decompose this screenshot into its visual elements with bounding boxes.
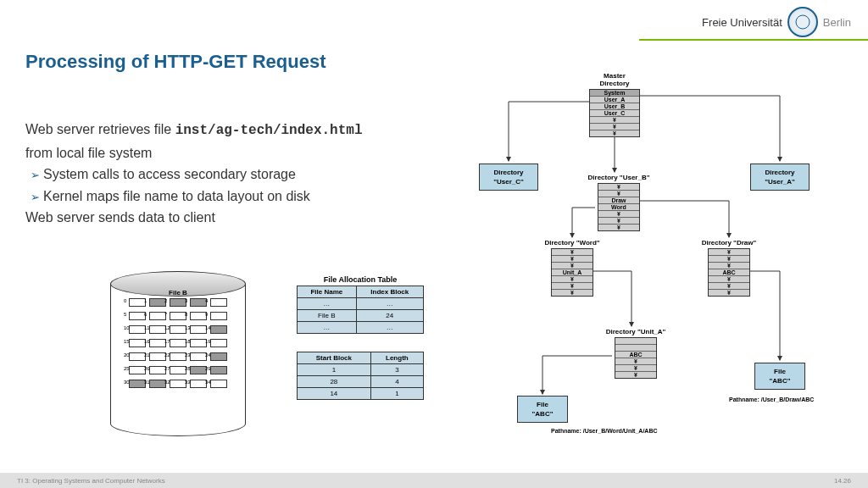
disk-block: 24 bbox=[210, 352, 227, 361]
disk-block: 8 bbox=[190, 312, 207, 320]
disk-block: 17 bbox=[170, 339, 186, 347]
uni-name-left: Freie Universität bbox=[702, 16, 782, 29]
disk-block: 6 bbox=[149, 312, 166, 320]
dir-user-b-label: Directory "User_B" bbox=[581, 174, 657, 181]
disk-block: 27 bbox=[170, 366, 186, 374]
slide-footer: TI 3: Operating Systems and Computer Net… bbox=[0, 473, 868, 488]
unit-list: ABC¥¥¥ bbox=[615, 337, 657, 379]
disk-block: 26 bbox=[149, 366, 166, 374]
disk-block: 4 bbox=[210, 298, 227, 307]
disk-block: 11 bbox=[149, 325, 166, 334]
disk-block: 33 bbox=[190, 380, 207, 388]
disk-block: 34 bbox=[210, 380, 227, 388]
disk-block: 12 bbox=[170, 325, 186, 334]
disk-block: 30 bbox=[129, 380, 146, 388]
disk-block: 13 bbox=[190, 325, 207, 334]
disk-block: 7 bbox=[170, 312, 186, 320]
disk-block: 31 bbox=[149, 380, 166, 388]
body-content: Web server retrieves file inst/ag-tech/i… bbox=[25, 119, 381, 229]
master-list: SystemUser_AUser_BUser_C¥¥¥ bbox=[589, 89, 640, 137]
disk-block: 32 bbox=[170, 380, 186, 388]
disk-block: 3 bbox=[190, 298, 207, 307]
line2: Web server sends data to client bbox=[25, 207, 381, 229]
dir-user-c: Directory "User_C" bbox=[479, 164, 538, 191]
header-divider bbox=[639, 39, 868, 41]
svg-point-0 bbox=[796, 15, 810, 29]
bullet-1: System calls to access secondary storage bbox=[31, 164, 381, 186]
dir-draw-label: Directory "Draw" bbox=[691, 239, 767, 247]
slide-title: Processing of HTTP-GET Request bbox=[25, 51, 326, 73]
fat-table: File Allocation Table File NameIndex Blo… bbox=[297, 275, 424, 334]
disk-block: 15 bbox=[129, 339, 146, 347]
draw-list: ¥¥¥ABC¥¥¥ bbox=[708, 248, 750, 297]
disk-block: 23 bbox=[190, 352, 207, 361]
disk-block: 0 bbox=[129, 298, 146, 307]
disk-block: 28 bbox=[190, 366, 207, 374]
dir-unit-label: Directory "Unit_A" bbox=[593, 328, 678, 336]
dir-user-a: Directory "User_A" bbox=[750, 164, 810, 191]
disk-block: 18 bbox=[190, 339, 207, 347]
disk-block: 9 bbox=[210, 312, 227, 320]
disk-block: 1 bbox=[149, 298, 166, 307]
bullet-2: Kernel maps file name to data layout on … bbox=[31, 186, 381, 208]
disk-block: 22 bbox=[170, 352, 186, 361]
disk-block: 25 bbox=[129, 366, 146, 374]
disk-label: File B bbox=[120, 289, 236, 297]
pathname-2: Pathname: /User_B/Draw/ABC bbox=[729, 396, 814, 402]
disk-block: 19 bbox=[210, 339, 227, 347]
dir-word-label: Directory "Word" bbox=[534, 239, 610, 247]
dir-b-list: ¥¥DrawWord¥¥¥ bbox=[598, 183, 640, 231]
disk-block: 21 bbox=[149, 352, 166, 361]
fat-title: File Allocation Table bbox=[297, 275, 424, 284]
line1b: from local file system bbox=[25, 146, 152, 160]
disk-block: 29 bbox=[210, 366, 227, 374]
word-list: ¥¥¥Unit_A¥¥¥ bbox=[551, 248, 593, 297]
file-abc-1: File "ABC" bbox=[517, 396, 568, 423]
file-path: inst/ag-tech/index.html bbox=[175, 123, 363, 138]
disk-block: 5 bbox=[129, 312, 146, 320]
university-seal-icon bbox=[787, 7, 818, 37]
disk-block: 14 bbox=[210, 325, 227, 334]
disk-block: 20 bbox=[129, 352, 146, 361]
disk-block: 2 bbox=[170, 298, 186, 307]
footer-left: TI 3: Operating Systems and Computer Net… bbox=[17, 477, 165, 485]
line1a: Web server retrieves file bbox=[25, 122, 175, 136]
footer-right: 14.26 bbox=[834, 477, 851, 485]
pathname-1: Pathname: /User_B/Word/Unit_A/ABC bbox=[551, 428, 658, 434]
file-abc-2: File "ABC" bbox=[754, 363, 805, 390]
university-header: Freie Universität Berlin bbox=[702, 7, 851, 37]
disk-block: 10 bbox=[129, 325, 146, 334]
disk-block: 16 bbox=[149, 339, 166, 347]
block-table: Start BlockLength 13284141 bbox=[297, 352, 424, 400]
uni-name-right: Berlin bbox=[823, 16, 851, 29]
master-dir-label: Master Directory bbox=[589, 72, 640, 87]
